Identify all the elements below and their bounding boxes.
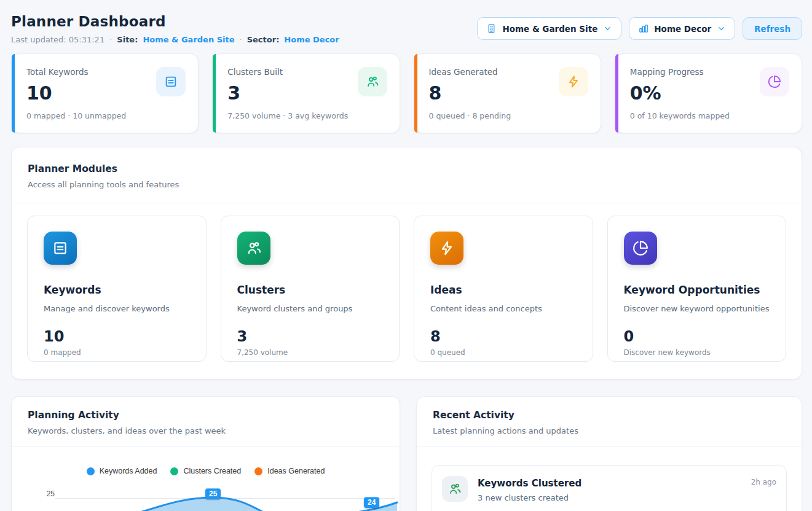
building-icon	[486, 23, 497, 34]
stat-card-mapping-progress: Mapping Progress 0% 0 of 10 keywords map…	[615, 53, 802, 133]
legend-item-clusters-created[interactable]: Clusters Created	[170, 467, 241, 475]
stat-card-total-keywords: Total Keywords 10 0 mapped · 10 unmapped	[11, 53, 199, 133]
users-icon	[358, 67, 387, 96]
meta-separator: ·	[240, 35, 242, 44]
stat-card-clusters-built: Clusters Built 3 7,250 volume · 3 avg ke…	[212, 53, 400, 133]
module-card-keywords[interactable]: Keywords Manage and discover keywords 10…	[27, 216, 207, 362]
module-card-ideas[interactable]: Ideas Content ideas and concepts 8 0 que…	[414, 216, 593, 362]
data-point-label: 24	[364, 497, 379, 508]
legend-label: Ideas Generated	[267, 467, 325, 475]
module-value: 8	[430, 328, 577, 345]
recent-activity-panel: Recent Activity Latest planning actions …	[416, 396, 802, 511]
chevron-down-icon	[717, 24, 726, 33]
stat-title: Mapping Progress	[630, 67, 730, 77]
data-point-label: 25	[205, 488, 221, 499]
stat-subtitle: 0 mapped · 10 unmapped	[26, 111, 126, 120]
module-sub-label: Discover new keywords	[624, 348, 770, 357]
activity-timestamp: 2h ago	[751, 478, 776, 486]
stat-value: 0%	[630, 82, 730, 104]
planning-activity-chart: Keywords Added Clusters Created Ideas Ge…	[12, 447, 400, 511]
pie-chart-icon	[624, 232, 657, 265]
activity-item-keywords-clustered: Keywords Clustered 2h ago 3 new clusters…	[432, 465, 787, 511]
site-selector-label: Home & Garden Site	[502, 24, 597, 34]
lightning-icon	[559, 67, 588, 96]
header-meta: Last updated: 05:31:21 · Site: Home & Ga…	[11, 35, 339, 44]
pie-chart-icon	[760, 67, 789, 96]
module-description: Keyword clusters and groups	[237, 304, 384, 313]
module-card-clusters[interactable]: Clusters Keyword clusters and groups 3 7…	[221, 216, 400, 362]
modules-panel-subtitle: Access all planning tools and features	[28, 180, 786, 189]
document-icon	[156, 67, 186, 96]
recent-activity-title: Recent Activity	[433, 410, 786, 421]
legend-dot-icon	[87, 467, 95, 475]
chevron-down-icon	[603, 24, 612, 33]
meta-separator: ·	[109, 35, 112, 44]
planning-activity-header: Planning Activity Keywords, clusters, an…	[12, 397, 400, 435]
modules-panel-title: Planner Modules	[28, 163, 786, 174]
activity-top-row: Keywords Clustered 2h ago	[478, 478, 776, 489]
legend-item-ideas-generated[interactable]: Ideas Generated	[254, 467, 325, 475]
recent-activity-header: Recent Activity Latest planning actions …	[417, 397, 802, 435]
modules-grid: Keywords Manage and discover keywords 10…	[12, 203, 802, 379]
stat-card-ideas-generated: Ideas Generated 8 0 queued · 8 pending	[414, 53, 601, 133]
planner-modules-panel: Planner Modules Access all planning tool…	[11, 147, 802, 380]
module-title: Keywords	[44, 284, 190, 296]
header-left: Planner Dashboard Last updated: 05:31:21…	[11, 14, 339, 44]
stat-value: 8	[429, 82, 511, 104]
stat-subtitle: 0 queued · 8 pending	[429, 111, 511, 120]
stat-text: Ideas Generated 8 0 queued · 8 pending	[429, 67, 511, 133]
planner-dashboard-page: Planner Dashboard Last updated: 05:31:21…	[0, 0, 812, 511]
sector-label: Sector:	[247, 35, 280, 44]
stat-title: Clusters Built	[227, 67, 348, 77]
activity-body: Keywords Clustered 2h ago 3 new clusters…	[478, 476, 776, 511]
stats-row: Total Keywords 10 0 mapped · 10 unmapped…	[11, 53, 802, 133]
last-updated-text: Last updated: 05:31:21	[11, 35, 104, 44]
page-header: Planner Dashboard Last updated: 05:31:21…	[11, 14, 802, 44]
chart-legend: Keywords Added Clusters Created Ideas Ge…	[12, 467, 400, 475]
planning-activity-subtitle: Keywords, clusters, and ideas over the p…	[28, 426, 384, 435]
legend-label: Keywords Added	[100, 467, 157, 475]
module-description: Discover new keyword opportunities	[624, 304, 770, 313]
refresh-button[interactable]: Refresh	[743, 17, 802, 40]
module-sub-label: 7,250 volume	[237, 348, 384, 357]
sector-link[interactable]: Home Decor	[284, 35, 339, 44]
recent-activity-list: Keywords Clustered 2h ago 3 new clusters…	[417, 447, 802, 511]
bottom-row: Planning Activity Keywords, clusters, an…	[11, 396, 802, 511]
stat-value: 3	[227, 82, 348, 104]
module-value: 10	[44, 328, 190, 345]
sector-selector-label: Home Decor	[654, 24, 711, 34]
recent-activity-subtitle: Latest planning actions and updates	[433, 426, 786, 435]
module-sub-label: 0 queued	[430, 348, 577, 357]
stat-subtitle: 7,250 volume · 3 avg keywords	[227, 111, 348, 120]
modules-panel-header: Planner Modules Access all planning tool…	[12, 147, 802, 189]
stat-text: Total Keywords 10 0 mapped · 10 unmapped	[26, 67, 126, 133]
module-title: Ideas	[430, 284, 577, 296]
users-icon	[442, 476, 468, 502]
module-sub-label: 0 mapped	[44, 348, 190, 357]
bar-chart-icon	[638, 23, 648, 34]
site-label: Site:	[117, 35, 138, 44]
stat-text: Mapping Progress 0% 0 of 10 keywords map…	[630, 67, 730, 133]
planning-activity-title: Planning Activity	[28, 410, 384, 421]
module-title: Clusters	[237, 284, 384, 296]
users-icon	[237, 232, 270, 265]
lightning-icon	[430, 232, 463, 265]
header-controls: Home & Garden Site Home Decor	[477, 17, 802, 40]
stat-title: Ideas Generated	[429, 67, 511, 77]
module-value: 0	[624, 328, 770, 345]
planning-activity-panel: Planning Activity Keywords, clusters, an…	[11, 396, 400, 511]
legend-dot-icon	[254, 467, 262, 475]
activity-title: Keywords Clustered	[478, 478, 581, 489]
module-description: Manage and discover keywords	[44, 304, 190, 313]
legend-item-keywords-added[interactable]: Keywords Added	[87, 467, 157, 475]
sector-selector-dropdown[interactable]: Home Decor	[629, 17, 735, 40]
site-link[interactable]: Home & Garden Site	[143, 35, 234, 44]
legend-dot-icon	[170, 467, 178, 475]
module-title: Keyword Opportunities	[624, 284, 770, 296]
site-selector-dropdown[interactable]: Home & Garden Site	[477, 17, 621, 40]
stat-title: Total Keywords	[26, 67, 126, 77]
module-description: Content ideas and concepts	[430, 304, 577, 313]
module-card-keyword-opportunities[interactable]: Keyword Opportunities Discover new keywo…	[607, 216, 787, 362]
activity-description: 3 new clusters created	[478, 493, 776, 502]
stat-subtitle: 0 of 10 keywords mapped	[630, 111, 730, 120]
